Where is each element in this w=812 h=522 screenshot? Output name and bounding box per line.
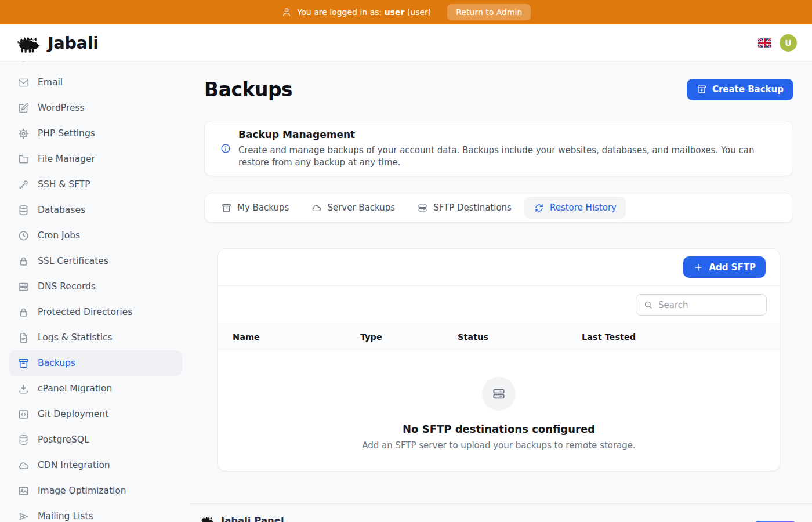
return-to-admin-button[interactable]: Return to Admin [447, 4, 531, 20]
sidebar-item-git-deployment[interactable]: Git Deployment [9, 401, 182, 427]
cloud-icon [311, 202, 322, 213]
envelope-icon [17, 77, 30, 89]
document-icon [17, 332, 30, 344]
sidebar-item-label: Git Deployment [38, 409, 108, 419]
info-body: Create and manage backups of your accoun… [238, 144, 778, 169]
sidebar-item-wordpress[interactable]: WordPress [9, 95, 182, 121]
sidebar-item-label: PHP Settings [38, 128, 95, 139]
impersonation-prefix: You are logged in as: [298, 8, 382, 17]
page-head: Backups Create Backup [204, 77, 793, 102]
sidebar-item-label: Logs & Statistics [38, 332, 113, 343]
archive-icon [221, 202, 232, 213]
sidebar-item-image-optimization[interactable]: Image Optimization [9, 478, 182, 503]
info-text: Backup Management Create and manage back… [238, 129, 778, 169]
sidebar-item-protected-directories[interactable]: Protected Directories [9, 299, 182, 325]
pencil-square-icon [17, 102, 30, 114]
server-icon [17, 281, 30, 293]
add-sftp-button[interactable]: Add SFTP [683, 256, 766, 278]
sidebar-item-label: Protected Directories [38, 307, 132, 317]
sidebar-item-label: DNS Records [38, 281, 96, 292]
sidebar-item-backups[interactable]: Backups [9, 350, 182, 376]
globe-icon [17, 61, 30, 63]
sidebar-nav: EmailWordPressPHP SettingsFile ManagerSS… [9, 70, 182, 522]
brand: Jabali [15, 32, 99, 53]
clock-icon [17, 230, 30, 242]
search-input[interactable] [658, 300, 751, 310]
sidebar-item-ssl-certificates[interactable]: SSL Certificates [9, 248, 182, 274]
impersonation-username: user [385, 8, 405, 17]
tab-server-backups[interactable]: Server Backups [302, 197, 404, 219]
sidebar-item-label: Databases [38, 205, 85, 215]
sidebar-item-label: Mailing Lists [38, 511, 93, 521]
footer-brand-name: Jabali Panel [221, 515, 284, 522]
sidebar-item-ssh-sftp[interactable]: SSH & SFTP [9, 172, 182, 197]
sidebar-item-cpanel-migration[interactable]: cPanel Migration [9, 376, 182, 401]
sidebar-item-cdn-integration[interactable]: CDN Integration [9, 452, 182, 478]
sidebar-item-label: WordPress [38, 103, 85, 113]
sidebar-item-dns-records[interactable]: DNS Records [9, 274, 182, 299]
tab-my-backups[interactable]: My Backups [212, 197, 298, 219]
brand-name: Jabali [48, 33, 99, 53]
folder-icon [17, 153, 30, 165]
sidebar-item-label: Image Optimization [38, 485, 126, 496]
main-content: Backups Create Backup Backup Management … [204, 61, 793, 472]
database-icon [17, 434, 30, 446]
header-right: U [758, 34, 797, 52]
person-icon [281, 7, 292, 17]
sidebar-item-php-settings[interactable]: PHP Settings [9, 121, 182, 146]
gear-icon [17, 128, 30, 140]
archive-icon [17, 357, 30, 369]
sidebar-item-label: PostgreSQL [38, 434, 89, 445]
sidebar-item-label: Email [38, 77, 63, 88]
sidebar-item-label: SSL Certificates [38, 256, 108, 266]
info-title: Backup Management [238, 129, 778, 140]
column-header-name: Name [233, 332, 360, 342]
sftp-toolbar: Add SFTP [218, 249, 780, 286]
sidebar-item-cron-jobs[interactable]: Cron Jobs [9, 223, 182, 248]
sidebar: EmailWordPressPHP SettingsFile ManagerSS… [0, 61, 191, 522]
impersonation-role: (user) [407, 8, 431, 17]
boar-logo-icon [15, 32, 42, 53]
server-icon [417, 202, 428, 213]
sidebar-item-label: File Manager [38, 154, 95, 164]
tab-restore-history[interactable]: Restore History [524, 197, 626, 219]
table-header-row: NameTypeStatusLast Tested [218, 324, 780, 350]
page-footer: Jabali Panel [191, 503, 812, 522]
info-icon [220, 143, 231, 154]
empty-state-title: No SFTP destinations configured [403, 423, 595, 435]
sidebar-item-logs-statistics[interactable]: Logs & Statistics [9, 325, 182, 350]
search-box [636, 294, 767, 316]
empty-state-subtitle: Add an SFTP server to upload your backup… [362, 440, 636, 451]
key-icon [17, 179, 30, 191]
lock-icon [17, 255, 30, 267]
footer-brand: Jabali Panel [200, 514, 284, 522]
uk-flag-icon[interactable] [758, 38, 771, 48]
impersonation-text: You are logged in as: user (user) [298, 8, 432, 17]
tabs-bar: My BackupsServer BackupsSFTP Destination… [204, 193, 793, 223]
sidebar-item-label: SSH & SFTP [38, 179, 90, 190]
lock-icon [17, 306, 30, 318]
sidebar-item-databases[interactable]: Databases [9, 197, 182, 223]
search-row [218, 286, 780, 324]
cloud-icon [17, 459, 30, 472]
info-card: Backup Management Create and manage back… [204, 121, 793, 176]
image-icon [17, 485, 30, 497]
column-header-status: Status [458, 332, 582, 342]
app-header: Jabali U [0, 24, 812, 61]
code-icon [17, 408, 30, 420]
sidebar-item-postgresql[interactable]: PostgreSQL [9, 427, 182, 452]
database-icon [17, 204, 30, 216]
empty-state-circle [482, 377, 516, 411]
create-backup-button[interactable]: Create Backup [687, 79, 793, 100]
column-header-type: Type [360, 332, 458, 342]
user-avatar[interactable]: U [780, 34, 797, 52]
tab-label: SFTP Destinations [433, 202, 512, 213]
sidebar-item-partial[interactable] [9, 61, 182, 70]
sftp-panel: Add SFTP NameTypeStatusLast Tested No SF… [217, 248, 780, 472]
sidebar-item-mailing-lists[interactable]: Mailing Lists [9, 503, 182, 522]
sidebar-item-email[interactable]: Email [9, 70, 182, 95]
sidebar-item-file-manager[interactable]: File Manager [9, 146, 182, 172]
tab-sftp-destinations[interactable]: SFTP Destinations [408, 197, 521, 219]
refresh-icon [534, 202, 545, 213]
impersonation-bar: You are logged in as: user (user) Return… [0, 0, 812, 24]
